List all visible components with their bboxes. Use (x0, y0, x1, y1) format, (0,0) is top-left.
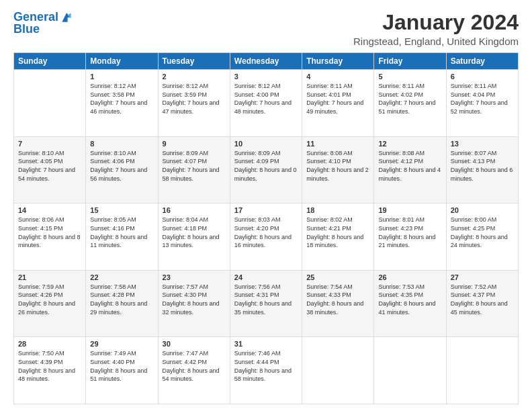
day-number: 12 (378, 140, 441, 148)
calendar-cell (374, 337, 446, 404)
day-info: Sunrise: 8:10 AMSunset: 4:06 PMDaylight:… (90, 149, 153, 183)
calendar-cell: 17Sunrise: 8:03 AMSunset: 4:20 PMDayligh… (230, 203, 302, 271)
day-info: Sunrise: 8:09 AMSunset: 4:09 PMDaylight:… (234, 149, 298, 183)
day-number: 5 (378, 73, 441, 81)
calendar-cell: 5Sunrise: 8:11 AMSunset: 4:02 PMDaylight… (374, 70, 446, 137)
day-info: Sunrise: 8:04 AMSunset: 4:18 PMDaylight:… (163, 216, 226, 249)
calendar-cell: 21Sunrise: 7:59 AMSunset: 4:26 PMDayligh… (14, 270, 86, 337)
day-info: Sunrise: 8:05 AMSunset: 4:16 PMDaylight:… (90, 216, 153, 249)
logo-icon (60, 11, 73, 24)
day-number: 2 (163, 73, 226, 81)
day-info: Sunrise: 7:53 AMSunset: 4:35 PMDaylight:… (378, 283, 441, 316)
day-info: Sunrise: 7:58 AMSunset: 4:28 PMDaylight:… (90, 283, 153, 316)
day-info: Sunrise: 7:50 AMSunset: 4:39 PMDaylight:… (18, 349, 81, 383)
day-number: 15 (90, 206, 153, 214)
day-info: Sunrise: 8:02 AMSunset: 4:21 PMDaylight:… (306, 216, 369, 249)
day-number: 16 (163, 206, 226, 214)
day-info: Sunrise: 8:08 AMSunset: 4:10 PMDaylight:… (306, 149, 369, 183)
calendar-cell (302, 337, 374, 404)
day-info: Sunrise: 8:12 AMSunset: 3:58 PMDaylight:… (90, 82, 153, 116)
day-number: 27 (451, 273, 514, 281)
header-saturday: Saturday (446, 53, 518, 70)
day-number: 4 (306, 73, 369, 81)
day-number: 9 (163, 140, 226, 148)
day-info: Sunrise: 8:11 AMSunset: 4:02 PMDaylight:… (378, 82, 441, 116)
calendar-cell: 24Sunrise: 7:56 AMSunset: 4:31 PMDayligh… (230, 270, 302, 337)
day-number: 25 (306, 273, 369, 281)
day-info: Sunrise: 7:57 AMSunset: 4:30 PMDaylight:… (163, 283, 226, 316)
calendar-cell: 11Sunrise: 8:08 AMSunset: 4:10 PMDayligh… (302, 136, 374, 203)
day-number: 14 (18, 206, 81, 214)
day-number: 13 (451, 140, 514, 148)
calendar-cell: 20Sunrise: 8:00 AMSunset: 4:25 PMDayligh… (446, 203, 518, 271)
day-number: 17 (234, 206, 298, 214)
calendar-cell: 10Sunrise: 8:09 AMSunset: 4:09 PMDayligh… (230, 136, 302, 203)
calendar-cell: 4Sunrise: 8:11 AMSunset: 4:01 PMDaylight… (302, 70, 374, 137)
day-number: 22 (90, 273, 153, 281)
header-friday: Friday (374, 53, 446, 70)
day-info: Sunrise: 7:59 AMSunset: 4:26 PMDaylight:… (18, 283, 81, 316)
calendar-cell: 2Sunrise: 8:12 AMSunset: 3:59 PMDaylight… (158, 70, 230, 137)
calendar-cell (446, 337, 518, 404)
calendar-cell: 18Sunrise: 8:02 AMSunset: 4:21 PMDayligh… (302, 203, 374, 271)
day-info: Sunrise: 8:10 AMSunset: 4:05 PMDaylight:… (18, 149, 81, 183)
day-number: 6 (451, 73, 514, 81)
calendar-cell: 15Sunrise: 8:05 AMSunset: 4:16 PMDayligh… (86, 203, 158, 271)
day-info: Sunrise: 8:01 AMSunset: 4:23 PMDaylight:… (378, 216, 441, 249)
logo-line2: Blue (13, 23, 73, 36)
day-number: 3 (234, 73, 298, 81)
calendar-cell: 23Sunrise: 7:57 AMSunset: 4:30 PMDayligh… (158, 270, 230, 337)
calendar-cell: 3Sunrise: 8:12 AMSunset: 4:00 PMDaylight… (230, 70, 302, 137)
week-row-2: 14Sunrise: 8:06 AMSunset: 4:15 PMDayligh… (14, 203, 519, 271)
day-info: Sunrise: 8:09 AMSunset: 4:07 PMDaylight:… (163, 149, 226, 183)
calendar-cell: 13Sunrise: 8:07 AMSunset: 4:13 PMDayligh… (446, 136, 518, 203)
calendar-cell: 27Sunrise: 7:52 AMSunset: 4:37 PMDayligh… (446, 270, 518, 337)
day-info: Sunrise: 8:12 AMSunset: 3:59 PMDaylight:… (163, 82, 226, 116)
week-row-1: 7Sunrise: 8:10 AMSunset: 4:05 PMDaylight… (14, 136, 519, 203)
day-info: Sunrise: 7:56 AMSunset: 4:31 PMDaylight:… (234, 283, 298, 316)
header-sunday: Sunday (14, 53, 86, 70)
calendar-cell: 31Sunrise: 7:46 AMSunset: 4:44 PMDayligh… (230, 337, 302, 404)
day-info: Sunrise: 8:08 AMSunset: 4:12 PMDaylight:… (378, 149, 441, 183)
day-number: 18 (306, 206, 369, 214)
day-number: 20 (451, 206, 514, 214)
day-number: 11 (306, 140, 369, 148)
month-title: January 2024 (353, 11, 519, 34)
calendar-table: SundayMondayTuesdayWednesdayThursdayFrid… (13, 52, 519, 404)
day-info: Sunrise: 8:11 AMSunset: 4:04 PMDaylight:… (451, 82, 514, 116)
day-number: 28 (18, 340, 81, 348)
header: General Blue January 2024 Ringstead, Eng… (13, 11, 519, 47)
day-number: 31 (234, 340, 298, 348)
calendar-cell: 22Sunrise: 7:58 AMSunset: 4:28 PMDayligh… (86, 270, 158, 337)
day-info: Sunrise: 7:52 AMSunset: 4:37 PMDaylight:… (451, 283, 514, 316)
calendar-header-row: SundayMondayTuesdayWednesdayThursdayFrid… (14, 53, 519, 70)
day-number: 19 (378, 206, 441, 214)
page: General Blue January 2024 Ringstead, Eng… (0, 0, 532, 411)
calendar-cell: 28Sunrise: 7:50 AMSunset: 4:39 PMDayligh… (14, 337, 86, 404)
header-monday: Monday (86, 53, 158, 70)
calendar-cell: 30Sunrise: 7:47 AMSunset: 4:42 PMDayligh… (158, 337, 230, 404)
day-info: Sunrise: 7:49 AMSunset: 4:40 PMDaylight:… (90, 349, 153, 383)
calendar-cell: 16Sunrise: 8:04 AMSunset: 4:18 PMDayligh… (158, 203, 230, 271)
header-thursday: Thursday (302, 53, 374, 70)
day-info: Sunrise: 8:03 AMSunset: 4:20 PMDaylight:… (234, 216, 298, 249)
calendar-cell: 9Sunrise: 8:09 AMSunset: 4:07 PMDaylight… (158, 136, 230, 203)
day-number: 7 (18, 140, 81, 148)
day-number: 26 (378, 273, 441, 281)
calendar-cell: 25Sunrise: 7:54 AMSunset: 4:33 PMDayligh… (302, 270, 374, 337)
day-number: 23 (163, 273, 226, 281)
location-title: Ringstead, England, United Kingdom (353, 36, 519, 47)
day-number: 21 (18, 273, 81, 281)
calendar-cell: 14Sunrise: 8:06 AMSunset: 4:15 PMDayligh… (14, 203, 86, 271)
calendar-cell: 12Sunrise: 8:08 AMSunset: 4:12 PMDayligh… (374, 136, 446, 203)
calendar-cell: 6Sunrise: 8:11 AMSunset: 4:04 PMDaylight… (446, 70, 518, 137)
day-number: 1 (90, 73, 153, 81)
week-row-4: 28Sunrise: 7:50 AMSunset: 4:39 PMDayligh… (14, 337, 519, 404)
calendar-cell: 7Sunrise: 8:10 AMSunset: 4:05 PMDaylight… (14, 136, 86, 203)
logo: General Blue (13, 11, 73, 36)
calendar-cell: 26Sunrise: 7:53 AMSunset: 4:35 PMDayligh… (374, 270, 446, 337)
day-number: 24 (234, 273, 298, 281)
day-info: Sunrise: 8:07 AMSunset: 4:13 PMDaylight:… (451, 149, 514, 183)
day-number: 8 (90, 140, 153, 148)
day-info: Sunrise: 7:54 AMSunset: 4:33 PMDaylight:… (306, 283, 369, 316)
